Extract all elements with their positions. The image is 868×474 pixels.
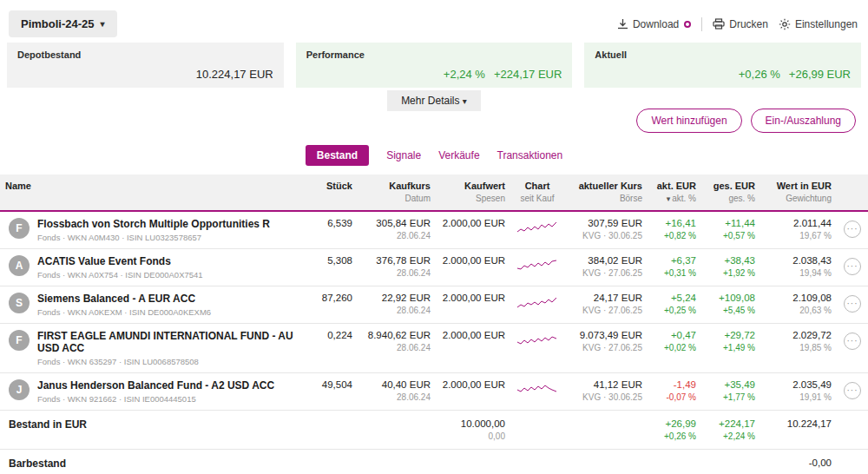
fund-meta: Fonds · WKN 635297 · ISIN LU0068578508 (37, 357, 300, 366)
fund-name-link[interactable]: ACATIS Value Event Fonds (37, 255, 203, 267)
sparkline-chart (510, 373, 564, 411)
sparkline-chart (510, 324, 564, 373)
fund-name-link[interactable]: Siemens Balanced - A EUR ACC (37, 293, 211, 305)
col-header-chart: Chartseit Kauf (510, 174, 564, 211)
cell-wert-bar: -0,00 (760, 450, 837, 474)
cell-wert: 2.109,0820,63 % (760, 286, 837, 324)
cell-kaufkurs: 8.940,62 EUR28.06.24 (358, 324, 436, 373)
fund-avatar: F (9, 218, 30, 239)
printer-icon (713, 18, 725, 30)
download-icon (617, 18, 628, 30)
row-menu-button[interactable]: ··· (844, 332, 861, 350)
row-menu-button[interactable]: ··· (844, 295, 861, 313)
chevron-down-icon: ▾ (463, 96, 467, 106)
cell-akt: +16,41+0,82 % (648, 211, 701, 249)
cell-ges: +11,44+0,57 % (701, 211, 760, 249)
cell-wert: 2.011,4419,67 % (760, 211, 837, 249)
aktuell-percent: +0,26 % (739, 68, 780, 81)
cell-kaufwert: 2.000,00 EUR (436, 249, 510, 286)
cell-wert: 2.038,4319,94 % (760, 249, 837, 286)
cell-wert: 2.029,7219,85 % (760, 324, 837, 373)
topbar-actions: Download Drucken Einstellungen (617, 17, 858, 31)
col-header-kaufkurs[interactable]: KaufkursDatum (358, 174, 436, 211)
total-label: Bestand in EUR (9, 418, 300, 431)
tab-bestand[interactable]: Bestand (306, 145, 369, 166)
cell-wert: 2.035,4919,91 % (760, 373, 837, 411)
cell-kurs: 384,02 EURKVG · 27.06.25 (564, 249, 648, 286)
col-header-name[interactable]: Name (0, 174, 306, 211)
performance-percent: +2,24 % (444, 68, 485, 81)
col-header-kaufwert[interactable]: KaufwertSpesen (436, 174, 510, 211)
cell-kaufwert: 2.000,00 EUR (436, 324, 510, 373)
fund-avatar: A (9, 255, 30, 276)
portfolio-selector[interactable]: Pimboli-24-25 ▾ (9, 10, 117, 37)
card-label: Aktuell (595, 49, 851, 60)
total-row-barbestand: Barbestand -0,00 (0, 450, 868, 474)
col-header-menu (837, 174, 868, 211)
download-button[interactable]: Download (617, 18, 691, 30)
more-details-button[interactable]: Mehr Details ▾ (387, 90, 481, 111)
cell-akt: +0,47+0,02 % (648, 324, 701, 373)
cell-akt: -1,49-0,07 % (648, 373, 701, 411)
holdings-table: Name Stück KaufkursDatum KaufwertSpesen … (0, 174, 868, 474)
fund-name-link[interactable]: FIRST EAGLE AMUNDI INTERNATIONAL FUND - … (37, 330, 300, 354)
col-header-wert[interactable]: Wert in EURGewichtung (760, 174, 837, 211)
print-button[interactable]: Drucken (713, 18, 768, 30)
row-menu-button[interactable]: ··· (844, 258, 861, 275)
cell-ges-total: +224,17+2,24 % (701, 411, 760, 450)
tab-verkaeufe[interactable]: Verkäufe (438, 149, 479, 161)
depot-value: 10.224,17 EUR (17, 68, 273, 81)
cell-ges: +29,72+1,49 % (701, 324, 760, 373)
col-header-ges[interactable]: ges. EURges. % (701, 174, 760, 211)
action-pills: Wert hinzufügen Ein-/Auszahlung (0, 109, 868, 133)
fund-meta: Fonds · WKN A0M430 · ISIN LU0323578657 (37, 233, 270, 242)
cell-kaufwert: 2.000,00 EUR (436, 373, 510, 411)
fund-avatar: S (9, 293, 30, 313)
total-label: Barbestand (9, 458, 300, 470)
cell-ges: +35,49+1,77 % (701, 373, 760, 411)
topbar: Pimboli-24-25 ▾ Download Drucken Einstel… (0, 0, 868, 43)
tab-transaktionen[interactable]: Transaktionen (497, 149, 563, 161)
row-menu-button[interactable]: ··· (844, 221, 861, 238)
tab-bar: Bestand Signale Verkäufe Transaktionen (0, 145, 868, 166)
cell-akt-total: +26,99+0,26 % (648, 411, 701, 450)
add-value-button[interactable]: Wert hinzufügen (636, 109, 741, 133)
cell-ges: +38,43+1,92 % (701, 249, 760, 286)
deposit-withdrawal-button[interactable]: Ein-/Auszahlung (751, 109, 856, 133)
cell-akt: +6,37+0,31 % (648, 249, 701, 286)
fund-avatar: J (9, 379, 30, 400)
sparkline-chart (510, 249, 564, 286)
fund-avatar: F (9, 330, 30, 351)
more-details-row: Mehr Details ▾ (0, 90, 868, 108)
card-label: Depotbestand (17, 49, 273, 60)
cell-stueck: 0,224 (306, 324, 358, 373)
aktuell-value: +26,99 EUR (789, 68, 851, 81)
table-row: A ACATIS Value Event Fonds Fonds · WKN A… (0, 249, 868, 286)
cell-kaufkurs: 40,40 EUR28.06.24 (358, 373, 436, 411)
fund-name-link[interactable]: Flossbach von Storch Multiple Opportunit… (37, 218, 270, 230)
col-header-akt[interactable]: akt. EUR▾akt. % (648, 174, 701, 211)
cell-akt: +5,24+0,25 % (648, 286, 701, 324)
sparkline-chart (510, 211, 564, 249)
fund-meta: Fonds · WKN A0KEXM · ISIN DE000A0KEXM6 (37, 307, 211, 317)
table-row: S Siemens Balanced - A EUR ACC Fonds · W… (0, 286, 868, 324)
col-header-stueck[interactable]: Stück (306, 174, 358, 211)
table-header-row: Name Stück KaufkursDatum KaufwertSpesen … (0, 174, 868, 211)
row-menu-button[interactable]: ··· (844, 382, 861, 399)
chevron-down-icon: ▾ (101, 19, 105, 29)
settings-button[interactable]: Einstellungen (779, 18, 858, 30)
performance-value: +224,17 EUR (494, 68, 562, 81)
sort-chevron-icon: ▾ (667, 194, 671, 203)
summary-band: Depotbestand 10.224,17 EUR Performance +… (0, 43, 868, 88)
total-row-bestand: Bestand in EUR 10.000,000,00 +26,99+0,26… (0, 411, 868, 450)
cell-ges: +109,08+5,45 % (701, 286, 760, 324)
table-row: J Janus Henderson Balanced Fund - A2 USD… (0, 373, 868, 411)
portfolio-name: Pimboli-24-25 (21, 17, 95, 30)
tab-signale[interactable]: Signale (386, 149, 421, 161)
cell-kurs: 41,12 EURKVG · 30.06.25 (564, 373, 648, 411)
download-badge-icon (684, 21, 691, 28)
cell-kaufwert-total: 10.000,000,00 (436, 411, 510, 450)
col-header-kurs[interactable]: aktueller KursBörse (564, 174, 648, 211)
cell-stueck: 87,260 (306, 286, 358, 324)
fund-name-link[interactable]: Janus Henderson Balanced Fund - A2 USD A… (37, 379, 274, 392)
